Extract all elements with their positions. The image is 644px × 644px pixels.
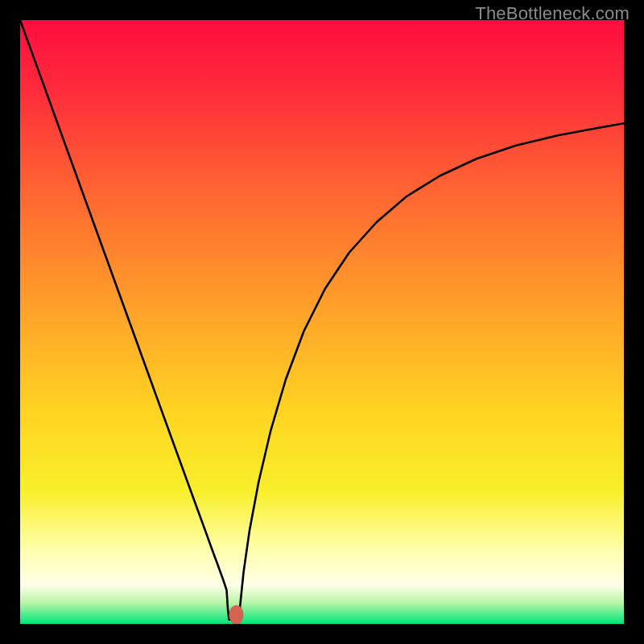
plot-area [20,20,624,624]
chart-frame: TheBottleneck.com [0,0,644,644]
chart-svg [20,20,624,624]
optimum-marker [229,605,244,624]
watermark-text: TheBottleneck.com [475,3,630,24]
chart-background [20,20,624,624]
